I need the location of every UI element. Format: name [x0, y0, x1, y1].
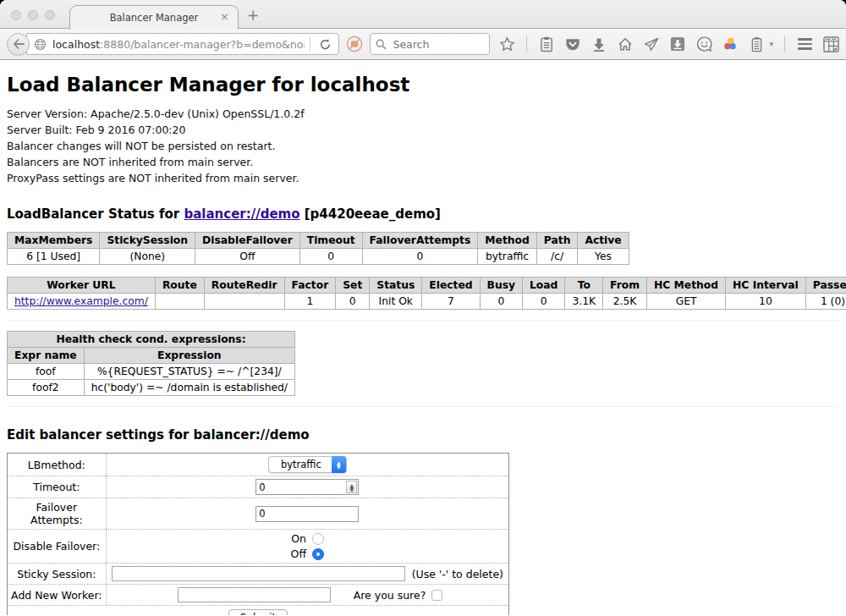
download-arrow-icon: [592, 37, 606, 52]
menu-icon: [798, 38, 812, 41]
home-icon: [618, 37, 633, 52]
proxypass-notice-line: ProxyPass settings are NOT inherited fro…: [7, 170, 839, 186]
zoom-window-button[interactable]: [45, 10, 55, 20]
lbmethod-select[interactable]: bytraffic ▲▼: [268, 456, 347, 473]
table-header-row: Expr name Expression: [8, 348, 295, 364]
table-title-row: Health check cond. expressions:: [8, 332, 295, 348]
feedback-button[interactable]: [695, 35, 712, 53]
pocket-icon: [565, 37, 580, 52]
navigation-toolbar: localhost:8880/balancer-manager?b=demo&n…: [0, 29, 846, 60]
tab-title: Balancer Manager: [110, 12, 199, 24]
window-controls[interactable]: [11, 10, 55, 20]
disable-failover-off-radio[interactable]: [312, 548, 324, 560]
sidebar-grid-button[interactable]: [822, 35, 839, 53]
table-header-row: Worker URL Route RouteRedir Factor Set S…: [8, 278, 846, 294]
failover-attempts-row: Failover Attempts: 0: [8, 498, 508, 529]
reading-list-button[interactable]: [538, 35, 555, 53]
add-worker-input[interactable]: [178, 587, 331, 602]
submit-button[interactable]: Submit: [228, 609, 288, 615]
globe-icon: [34, 38, 47, 51]
home-button[interactable]: [617, 35, 634, 53]
loadbalancer-status-heading: LoadBalancer Status for balancer://demo …: [7, 206, 839, 222]
back-arrow-icon: [13, 39, 25, 49]
worker-url-link[interactable]: http://www.example.com/: [14, 295, 148, 307]
add-worker-label: Add New Worker:: [8, 584, 107, 605]
server-version-line: Server Version: Apache/2.5.0-dev (Unix) …: [7, 106, 839, 122]
timeout-row: Timeout: 0 ▲▼: [8, 476, 508, 498]
table-header-row: MaxMembers StickySession DisableFailover…: [8, 233, 629, 249]
lbmethod-label: LBmethod:: [8, 454, 107, 476]
table-row: 6 [1 Used] (None) Off 0 0 bytraffic /c/ …: [8, 249, 629, 265]
timeout-input[interactable]: 0 ▲▼: [255, 479, 359, 495]
table-row: foof2 hc('body') =~ /domain is establish…: [8, 380, 295, 396]
url-host: localhost: [52, 38, 100, 51]
submit-row: Submit: [8, 605, 508, 615]
lbmethod-row: LBmethod: bytraffic ▲▼: [8, 454, 508, 476]
new-tab-button[interactable]: +: [247, 7, 259, 24]
tab-close-icon[interactable]: ×: [220, 11, 229, 22]
search-input[interactable]: [391, 37, 475, 52]
pocket-button[interactable]: [564, 35, 581, 53]
urlbar-divider: [310, 36, 310, 52]
number-stepper-icon[interactable]: ▲▼: [346, 481, 357, 493]
sticky-session-label: Sticky Session:: [8, 563, 107, 584]
persist-notice-line: Balancer changes will NOT be persisted o…: [7, 138, 839, 154]
edit-balancer-heading: Edit balancer settings for balancer://de…: [7, 427, 839, 443]
confirm-checkbox[interactable]: [431, 590, 442, 601]
sticky-session-hint: (Use '-' to delete): [412, 568, 503, 580]
radio-on-label: On: [291, 532, 306, 545]
battery-icon: [751, 36, 762, 52]
edit-balancer-form: LBmethod: bytraffic ▲▼ Timeout: 0 ▲▼: [7, 453, 509, 615]
minimize-window-button[interactable]: [28, 10, 38, 20]
url-bar[interactable]: localhost:8880/balancer-manager?b=demo&n…: [26, 33, 339, 55]
download-box-icon: [670, 36, 685, 52]
divider: [7, 320, 839, 321]
tab-balancer-manager[interactable]: Balancer Manager ×: [69, 5, 239, 30]
radio-off-label: Off: [291, 547, 306, 560]
add-worker-row: Add New Worker: Are you sure?: [8, 584, 508, 605]
worker-row: http://www.example.com/ 1 0 Init Ok 7 0 …: [8, 294, 846, 310]
page-content: Load Balancer Manager for localhost Serv…: [0, 60, 846, 615]
health-check-table: Health check cond. expressions: Expr nam…: [7, 331, 295, 396]
downloads-button[interactable]: [591, 35, 607, 53]
smiley-bubble-icon: [696, 36, 712, 52]
disable-failover-row: Disable Failover: On Off: [8, 529, 508, 563]
worker-table: Worker URL Route RouteRedir Factor Set S…: [7, 277, 846, 310]
disable-failover-on-radio[interactable]: [312, 533, 324, 545]
paper-plane-icon: [644, 37, 659, 52]
content-blocked-icon[interactable]: [346, 36, 363, 52]
browser-window: Balancer Manager × + localhost:8880/bala…: [0, 0, 846, 616]
balancer-demo-link[interactable]: balancer://demo: [184, 206, 299, 222]
page-title: Load Balancer Manager for localhost: [7, 74, 839, 96]
star-icon: [499, 36, 515, 52]
extension-battery-button[interactable]: [748, 35, 765, 53]
inherit-notice-line: Balancers are NOT inherited from main se…: [7, 154, 839, 170]
disable-failover-label: Disable Failover:: [8, 529, 107, 563]
timeout-label: Timeout:: [8, 476, 107, 498]
reload-icon[interactable]: [319, 38, 332, 51]
extension-colors-button[interactable]: [722, 35, 739, 53]
divider: [7, 406, 839, 407]
toolbar-icons: ▾: [498, 35, 839, 53]
back-button[interactable]: [7, 33, 30, 56]
send-tab-button[interactable]: [643, 35, 660, 53]
failover-attempts-label: Failover Attempts:: [8, 498, 107, 529]
search-bar[interactable]: [370, 33, 490, 55]
url-text[interactable]: localhost:8880/balancer-manager?b=demo&n…: [52, 38, 305, 51]
table-row: foof %{REQUEST_STATUS} =~ /^[234]/: [8, 364, 295, 380]
server-built-line: Server Built: Feb 9 2016 07:00:20: [7, 122, 839, 138]
close-window-button[interactable]: [11, 10, 21, 20]
confirm-label: Are you sure?: [354, 589, 426, 602]
extension-download-button[interactable]: [669, 35, 686, 53]
failover-attempts-input[interactable]: 0: [255, 506, 359, 522]
bookmark-star-button[interactable]: [498, 35, 515, 53]
search-icon: [376, 39, 387, 50]
url-path: :8880/balancer-manager?b=demo&nonce=decc…: [100, 38, 305, 51]
select-stepper-icon: ▲▼: [332, 456, 346, 473]
chevron-down-icon[interactable]: ▾: [769, 40, 773, 48]
menu-button[interactable]: [796, 35, 813, 53]
sticky-session-row: Sticky Session: (Use '-' to delete): [8, 563, 508, 584]
toolbar-divider: [526, 36, 527, 52]
sticky-session-input[interactable]: [112, 566, 405, 581]
grid-icon: [823, 36, 839, 52]
